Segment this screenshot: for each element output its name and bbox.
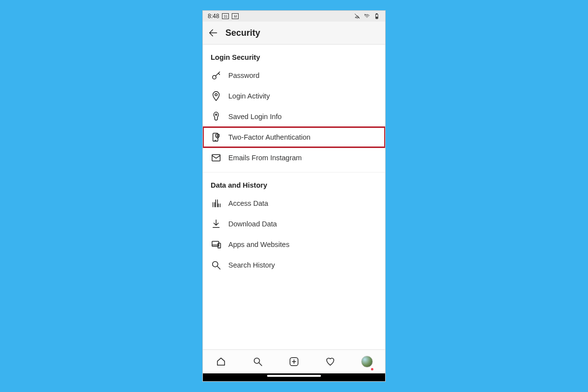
svg-point-0 xyxy=(365,14,365,15)
calendar-icon: 31 xyxy=(222,13,229,19)
tab-activity[interactable] xyxy=(312,350,348,373)
row-label: Saved Login Info xyxy=(228,113,282,121)
section-title-login-security: Login Security xyxy=(203,45,385,65)
wifi-icon xyxy=(364,13,370,20)
row-label: Search History xyxy=(228,261,275,269)
heart-icon xyxy=(325,356,336,367)
search-icon xyxy=(211,260,221,270)
search-icon xyxy=(252,356,263,367)
svg-point-6 xyxy=(216,114,217,115)
bottom-tab-bar xyxy=(203,349,385,373)
mail-badge-icon: M xyxy=(232,13,239,19)
tab-home[interactable] xyxy=(203,350,239,373)
row-apps-and-websites[interactable]: Apps and Websites xyxy=(203,234,385,255)
svg-point-5 xyxy=(215,94,218,96)
row-download-data[interactable]: Download Data xyxy=(203,214,385,234)
app-header: Security xyxy=(203,22,385,45)
row-search-history[interactable]: Search History xyxy=(203,255,385,275)
android-gesture-bar xyxy=(203,373,385,381)
key-icon xyxy=(211,70,221,81)
svg-point-12 xyxy=(213,262,218,267)
svg-point-13 xyxy=(254,358,259,364)
row-label: Password xyxy=(228,72,260,79)
plus-icon xyxy=(289,356,299,367)
row-label: Emails From Instagram xyxy=(228,154,302,162)
page-title: Security xyxy=(225,28,260,38)
notification-dot-icon xyxy=(371,368,373,370)
row-saved-login-info[interactable]: Saved Login Info xyxy=(203,106,385,127)
row-label: Access Data xyxy=(228,199,268,207)
avatar-icon xyxy=(361,356,373,368)
row-emails-from-instagram[interactable]: Emails From Instagram xyxy=(203,147,385,168)
status-right xyxy=(354,13,380,20)
row-label: Download Data xyxy=(228,220,277,228)
tab-profile[interactable] xyxy=(349,350,385,373)
svg-rect-3 xyxy=(376,17,378,19)
svg-point-11 xyxy=(219,247,220,247)
section-title-data-history: Data and History xyxy=(203,172,385,193)
status-left: 8:48 31 M xyxy=(208,13,239,20)
tab-create[interactable] xyxy=(276,350,312,373)
phone-shield-icon xyxy=(211,132,221,143)
row-label: Two-Factor Authentication xyxy=(228,133,311,141)
devices-icon xyxy=(211,239,221,250)
content-area: Login Security Password Login Activity S… xyxy=(203,45,385,349)
status-bar: 8:48 31 M xyxy=(203,11,385,22)
clock-text: 8:48 xyxy=(208,13,219,20)
bar-chart-icon xyxy=(211,198,221,209)
mail-icon xyxy=(211,152,221,163)
svg-rect-2 xyxy=(376,14,377,14)
row-login-activity[interactable]: Login Activity xyxy=(203,86,385,106)
download-icon xyxy=(211,219,221,229)
row-two-factor-authentication[interactable]: Two-Factor Authentication xyxy=(203,127,385,147)
row-label: Apps and Websites xyxy=(228,241,290,248)
phone-frame: 8:48 31 M Security Login Security xyxy=(203,11,385,381)
gesture-pill xyxy=(267,375,321,377)
row-password[interactable]: Password xyxy=(203,65,385,86)
pin-icon xyxy=(211,91,221,101)
dnd-icon xyxy=(354,13,361,20)
row-label: Login Activity xyxy=(228,92,270,100)
home-icon xyxy=(216,356,226,367)
keyhole-icon xyxy=(211,111,221,122)
tab-search[interactable] xyxy=(239,350,275,373)
back-button[interactable] xyxy=(208,27,219,38)
battery-icon xyxy=(373,13,380,20)
row-access-data[interactable]: Access Data xyxy=(203,193,385,214)
svg-rect-8 xyxy=(212,155,220,161)
